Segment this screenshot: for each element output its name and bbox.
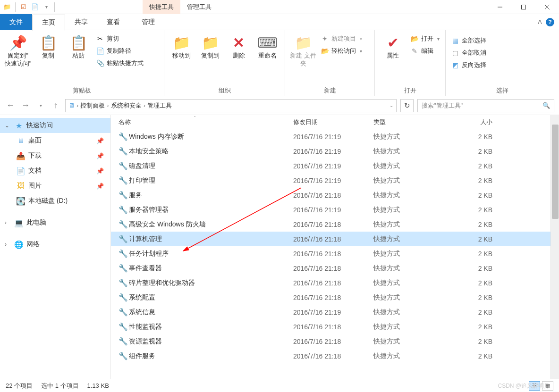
file-row[interactable]: 🔧性能监视器2016/7/16 21:18快捷方式2 KB: [111, 319, 551, 334]
invert-selection-button[interactable]: ◩ 反向选择: [449, 60, 488, 70]
shortcut-icon: 🔧: [119, 308, 129, 317]
shortcut-icon: 🔧: [119, 351, 129, 360]
maximize-button[interactable]: [512, 0, 535, 14]
easy-access-button[interactable]: 📂 轻松访问▾: [319, 46, 364, 56]
file-name: 服务器管理器: [129, 206, 293, 214]
deselect-all-button[interactable]: ▢ 全部取消: [449, 48, 488, 58]
breadcrumb-dropdown-icon[interactable]: ⌄: [390, 103, 393, 108]
pin-to-quick-access-button[interactable]: 📌 固定到" 快速访问": [4, 32, 32, 70]
chevron-right-icon[interactable]: ›: [5, 219, 11, 226]
column-type[interactable]: 类型: [373, 118, 454, 126]
file-row[interactable]: 🔧服务器管理器2016/7/16 21:19快捷方式2 KB: [111, 202, 551, 217]
nav-quick-access[interactable]: ⌄ ★ 快速访问: [0, 118, 110, 133]
cut-button[interactable]: ✂ 剪切: [94, 34, 145, 43]
column-name[interactable]: 名称 ˆ: [119, 118, 293, 126]
rename-button[interactable]: ⌨ 重命名: [254, 32, 281, 62]
edit-icon: ✎: [411, 47, 418, 55]
file-type: 快捷方式: [373, 220, 454, 229]
tab-manage[interactable]: 管理: [132, 14, 164, 30]
recent-dropdown[interactable]: ▾: [35, 100, 46, 111]
paste-button[interactable]: 📋 粘贴: [64, 32, 93, 62]
file-date: 2016/7/16 21:19: [293, 309, 373, 316]
file-row[interactable]: 🔧系统配置2016/7/16 21:18快捷方式2 KB: [111, 290, 551, 305]
properties-button[interactable]: ✔ 属性: [379, 32, 407, 62]
move-to-button[interactable]: 📁 移动到: [168, 32, 195, 62]
scrollbar-thumb[interactable]: [552, 125, 559, 219]
file-row[interactable]: 🔧磁盘清理2016/7/16 21:19快捷方式2 KB: [111, 158, 551, 173]
tab-share[interactable]: 共享: [65, 14, 97, 30]
file-row[interactable]: 🔧服务2016/7/16 21:18快捷方式2 KB: [111, 188, 551, 202]
file-row[interactable]: 🔧资源监视器2016/7/16 21:18快捷方式2 KB: [111, 334, 551, 349]
tab-view[interactable]: 查看: [97, 14, 129, 30]
column-size[interactable]: 大小: [454, 118, 501, 126]
delete-button[interactable]: ✕ 删除: [226, 32, 253, 62]
column-date[interactable]: 修改日期: [293, 118, 373, 126]
context-tab-admin-tools[interactable]: 管理工具: [180, 0, 218, 14]
file-type: 快捷方式: [373, 279, 454, 287]
folder-icon[interactable]: 📁: [3, 3, 11, 11]
group-label-new: 新建: [289, 85, 371, 95]
refresh-button[interactable]: ↻: [400, 99, 414, 112]
breadcrumb-item[interactable]: 控制面板: [80, 101, 105, 110]
scrollbar[interactable]: [551, 115, 559, 379]
nav-local-disk-d[interactable]: 💽 本地磁盘 (D:): [0, 193, 110, 209]
paste-shortcut-button[interactable]: 📎 粘贴快捷方式: [94, 58, 145, 68]
new-item-button[interactable]: ✦ 新建项目▾: [319, 34, 364, 43]
file-row[interactable]: 🔧组件服务2016/7/16 21:18快捷方式2 KB: [111, 349, 551, 363]
file-list[interactable]: 名称 ˆ 修改日期 类型 大小 🔧Windows 内存诊断2016/7/16 2…: [111, 115, 551, 379]
breadcrumb-item[interactable]: 管理工具: [147, 101, 172, 110]
chevron-right-icon[interactable]: ›: [5, 241, 11, 248]
copy-button[interactable]: 📋 复制: [34, 32, 62, 62]
copy-to-button[interactable]: 📁 复制到: [197, 32, 224, 62]
nav-downloads[interactable]: 📥 下载 📌: [0, 148, 110, 163]
file-row[interactable]: 🔧Windows 内存诊断2016/7/16 21:19快捷方式2 KB: [111, 129, 551, 144]
dropdown-chevron-icon[interactable]: ▾: [42, 3, 51, 11]
file-size: 2 KB: [454, 352, 501, 360]
nav-pictures[interactable]: 🖼 图片 📌: [0, 178, 110, 193]
select-all-button[interactable]: ▦ 全部选择: [449, 36, 488, 45]
copy-path-button[interactable]: 📄 复制路径: [94, 46, 145, 56]
nav-documents[interactable]: 📄 文档 📌: [0, 163, 110, 178]
back-button[interactable]: ←: [5, 100, 16, 111]
file-row[interactable]: 🔧本地安全策略2016/7/16 21:19快捷方式2 KB: [111, 144, 551, 158]
tab-file[interactable]: 文件: [0, 14, 32, 30]
file-name: 任务计划程序: [129, 250, 293, 258]
pin-icon: 📌: [96, 183, 104, 190]
checkbox-icon[interactable]: ☑: [19, 3, 28, 11]
breadcrumb-item[interactable]: 系统和安全: [111, 101, 142, 110]
file-row[interactable]: 🔧碎片整理和优化驱动器2016/7/16 21:18快捷方式2 KB: [111, 275, 551, 290]
sort-indicator-icon: ˆ: [194, 116, 195, 121]
chevron-down-icon[interactable]: ⌄: [5, 122, 11, 129]
help-icon[interactable]: ?: [546, 18, 554, 26]
edit-button[interactable]: ✎ 编辑: [409, 46, 441, 56]
file-row[interactable]: 🔧高级安全 Windows 防火墙2016/7/16 21:18快捷方式2 KB: [111, 217, 551, 232]
file-type: 快捷方式: [373, 176, 454, 185]
context-tab-shortcut-tools[interactable]: 快捷工具: [143, 0, 180, 14]
file-name: 事件查看器: [129, 264, 293, 273]
nav-network[interactable]: › 🌐 网络: [0, 237, 110, 252]
file-row[interactable]: 🔧计算机管理2016/7/16 21:18快捷方式2 KB: [111, 232, 551, 246]
file-row[interactable]: 🔧系统信息2016/7/16 21:19快捷方式2 KB: [111, 305, 551, 319]
address-bar: ← → ▾ ↑ 🖥 › 控制面板 › 系统和安全 › 管理工具 ⌄ ↻ 搜索"管…: [0, 96, 559, 115]
file-row[interactable]: 🔧事件查看器2016/7/16 21:18快捷方式2 KB: [111, 261, 551, 275]
document-icon[interactable]: 📄: [31, 3, 39, 11]
open-button[interactable]: 📂 打开▾: [409, 34, 441, 43]
breadcrumb[interactable]: 🖥 › 控制面板 › 系统和安全 › 管理工具 ⌄: [65, 99, 397, 112]
nav-this-pc[interactable]: › 💻 此电脑: [0, 215, 110, 230]
close-button[interactable]: [535, 0, 559, 14]
tab-home[interactable]: 主页: [32, 15, 65, 31]
up-button[interactable]: ↑: [50, 100, 61, 111]
shortcut-icon: 🔧: [119, 176, 129, 185]
file-size: 2 KB: [454, 206, 501, 214]
nav-desktop[interactable]: 🖥 桌面 📌: [0, 133, 110, 148]
file-row[interactable]: 🔧打印管理2016/7/16 21:19快捷方式2 KB: [111, 173, 551, 188]
collapse-ribbon-icon[interactable]: ᐱ: [538, 18, 542, 25]
forward-button[interactable]: →: [20, 100, 31, 111]
select-all-icon: ▦: [451, 37, 459, 44]
search-icon: 🔍: [542, 102, 550, 109]
search-input[interactable]: 搜索"管理工具" 🔍: [417, 99, 554, 112]
new-folder-button[interactable]: 📁 新建 文件夹: [289, 32, 317, 70]
file-row[interactable]: 🔧任务计划程序2016/7/16 21:18快捷方式2 KB: [111, 246, 551, 261]
file-size: 2 KB: [454, 177, 501, 184]
minimize-button[interactable]: [488, 0, 512, 14]
